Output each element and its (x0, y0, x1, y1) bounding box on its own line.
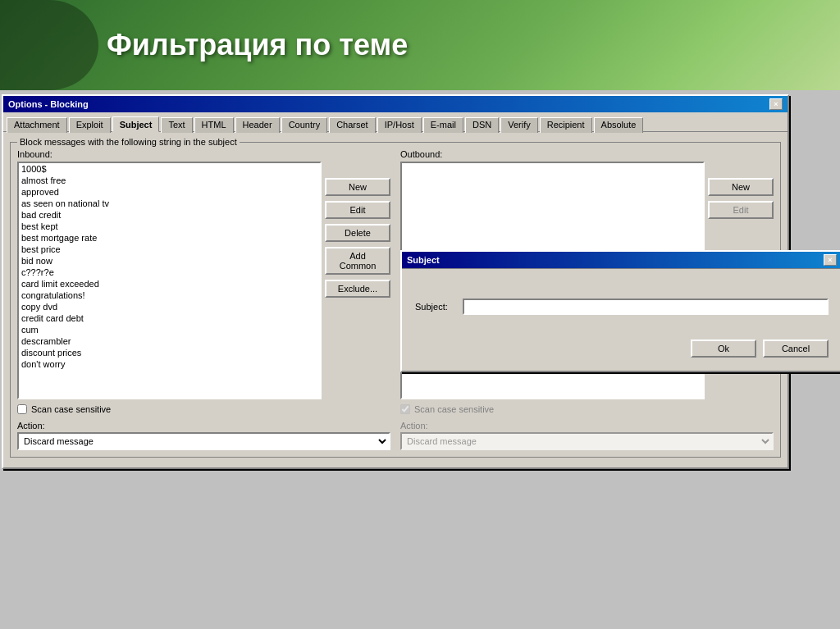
subject-dialog-title: Subject (407, 255, 440, 265)
close-button[interactable]: × (769, 98, 783, 110)
scan-case-checkbox[interactable] (17, 404, 27, 414)
options-title: Options - Blocking (8, 99, 89, 109)
subject-dialog: Subject × Subject: Ok Cancel (400, 250, 840, 372)
list-item[interactable]: 1000$ (19, 163, 320, 175)
subject-dialog-body: Subject: Ok Cancel (402, 268, 840, 371)
outbound-scan-case-row: Scan case sensitive (400, 404, 774, 414)
tab-header[interactable]: Header (235, 117, 280, 133)
list-item[interactable]: best price (19, 244, 320, 255)
tab-country[interactable]: Country (281, 117, 328, 133)
outbound-action-select: Discard message (400, 432, 774, 450)
tab-email[interactable]: E-mail (423, 117, 463, 133)
subject-ok-button[interactable]: Ok (691, 340, 756, 358)
subject-form-row: Subject: (415, 299, 829, 315)
list-item[interactable]: c???r?e (19, 267, 320, 278)
tab-attachment[interactable]: Attachment (7, 117, 67, 133)
subject-cancel-button[interactable]: Cancel (763, 340, 829, 358)
outbound-edit-button[interactable]: Edit (708, 201, 774, 219)
list-item[interactable]: approved (19, 186, 320, 198)
list-item[interactable]: don't worry (19, 358, 320, 370)
list-item[interactable]: discount prices (19, 347, 320, 358)
list-item[interactable]: descrambler (19, 335, 320, 347)
header-banner: Фильтрация по теме (0, 0, 840, 90)
subject-input[interactable] (463, 299, 829, 315)
outbound-action-label: Action: (400, 421, 774, 431)
subject-field-label: Subject: (415, 302, 456, 312)
inbound-edit-button[interactable]: Edit (325, 201, 390, 219)
tab-iphost[interactable]: IP/Host (377, 117, 422, 133)
outbound-scan-case-checkbox (400, 404, 410, 414)
inbound-listbox[interactable]: 1000$ almost free approved as seen on na… (17, 162, 322, 399)
list-item[interactable]: as seen on national tv (19, 198, 320, 209)
inbound-action-row: Action: Discard message Quarantine Tag (17, 421, 390, 450)
list-item[interactable]: bad credit (19, 209, 320, 221)
tab-exploit[interactable]: Exploit (69, 117, 111, 133)
inbound-label: Inbound: (17, 149, 390, 159)
groupbox-legend: Block messages with the following string… (17, 137, 240, 147)
list-item[interactable]: card limit exceeded (19, 278, 320, 289)
outbound-new-button[interactable]: New (708, 178, 774, 196)
inbound-action-select[interactable]: Discard message Quarantine Tag (17, 432, 390, 450)
tab-recipient[interactable]: Recipient (540, 117, 592, 133)
inbound-new-button[interactable]: New (325, 178, 390, 196)
inbound-action-label: Action: (17, 421, 390, 431)
tab-dsn[interactable]: DSN (465, 117, 499, 133)
subject-titlebar: Subject × (402, 252, 840, 268)
outbound-scan-case-label: Scan case sensitive (414, 404, 494, 414)
tab-absolute[interactable]: Absolute (594, 117, 644, 133)
list-item[interactable]: credit card debt (19, 312, 320, 324)
inbound-buttons: New Edit Delete Add Common Exclude... (325, 162, 390, 399)
subject-titlebar-buttons: × (824, 254, 837, 266)
exclude-button[interactable]: Exclude... (325, 280, 390, 298)
main-area: Options - Blocking × Attachment Exploit … (0, 90, 840, 629)
list-item[interactable]: copy dvd (19, 301, 320, 312)
list-item[interactable]: cum (19, 324, 320, 335)
scan-case-label: Scan case sensitive (31, 404, 111, 414)
tab-subject[interactable]: Subject (112, 116, 160, 132)
inbound-column: Inbound: 1000$ almost free approved as s… (17, 149, 390, 450)
options-titlebar: Options - Blocking × (3, 96, 788, 112)
list-item[interactable]: bid now (19, 255, 320, 267)
outbound-label: Outbound: (400, 149, 774, 159)
add-common-button[interactable]: Add Common (325, 247, 390, 275)
subject-dialog-buttons: Ok Cancel (415, 340, 829, 358)
list-item[interactable]: almost free (19, 175, 320, 186)
subject-close-button[interactable]: × (824, 254, 837, 266)
header-title: Фильтрация по теме (25, 28, 408, 62)
tab-html[interactable]: HTML (194, 117, 234, 133)
list-item[interactable]: best kept (19, 221, 320, 232)
inbound-delete-button[interactable]: Delete (325, 224, 390, 242)
titlebar-buttons: × (769, 98, 783, 110)
scan-case-row: Scan case sensitive (17, 404, 390, 414)
tab-verify[interactable]: Verify (500, 117, 538, 133)
outbound-action-row: Action: Discard message (400, 421, 774, 450)
tab-charset[interactable]: Charset (329, 117, 376, 133)
list-item[interactable]: congratulations! (19, 289, 320, 301)
tab-text[interactable]: Text (161, 117, 192, 133)
list-item[interactable]: best mortgage rate (19, 232, 320, 244)
tabs-container: Attachment Exploit Subject Text HTML Hea… (3, 112, 788, 131)
